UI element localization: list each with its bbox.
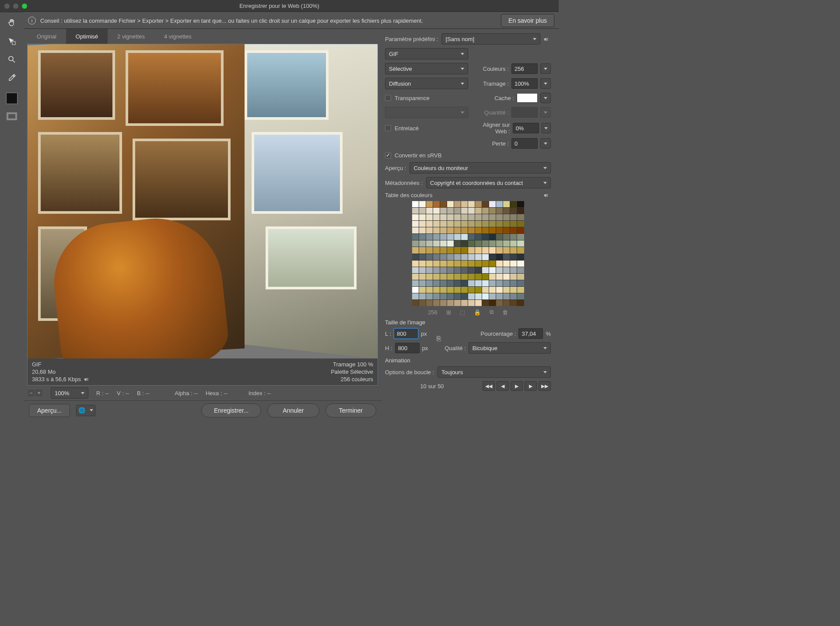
color-swatch-cell[interactable] [461,254,468,260]
color-swatch-cell[interactable] [510,214,517,220]
color-swatch-cell[interactable] [454,267,461,273]
zoom-out-button[interactable]: − [27,389,35,397]
color-swatch-cell[interactable] [489,254,496,260]
color-swatch-cell[interactable] [489,214,496,220]
color-swatch-cell[interactable] [412,240,419,247]
color-swatch-cell[interactable] [440,254,447,260]
color-swatch-cell[interactable] [419,287,426,293]
color-swatch-cell[interactable] [496,280,503,286]
color-swatch-cell[interactable] [440,214,447,220]
color-swatch-cell[interactable] [440,221,447,227]
done-button[interactable]: Terminer [326,403,376,417]
color-swatch-cell[interactable] [510,293,517,299]
color-swatch-cell[interactable] [447,221,454,227]
color-swatch-cell[interactable] [433,240,440,247]
color-swatch-cell[interactable] [426,261,433,267]
color-swatch-cell[interactable] [447,293,454,299]
color-swatch-cell[interactable] [475,214,482,220]
color-swatch-cell[interactable] [510,227,517,233]
color-swatch-cell[interactable] [426,221,433,227]
color-swatch-cell[interactable] [489,287,496,293]
constrain-proportions-icon[interactable]: ⎘ [437,335,441,343]
color-swatch-cell[interactable] [517,201,524,207]
color-swatch-cell[interactable] [426,201,433,207]
color-swatch-cell[interactable] [468,227,475,233]
preview-profile-select[interactable]: Couleurs du moniteur [410,162,551,174]
color-swatch-cell[interactable] [517,261,524,267]
color-swatch-cell[interactable] [482,208,489,214]
color-swatch-cell[interactable] [440,287,447,293]
color-swatch-cell[interactable] [489,261,496,267]
color-swatch-cell[interactable] [440,247,447,253]
color-swatch-cell[interactable] [517,240,524,247]
color-swatch-cell[interactable] [454,240,461,247]
color-swatch-cell[interactable] [447,287,454,293]
color-swatch-cell[interactable] [419,293,426,299]
color-swatch-cell[interactable] [496,267,503,273]
color-swatch-cell[interactable] [461,261,468,267]
play-button[interactable]: ▶ [511,381,523,391]
color-swatch-cell[interactable] [447,267,454,273]
matte-swatch[interactable] [517,93,538,103]
color-snap-icon[interactable]: ⊞ [446,309,451,316]
color-swatch-cell[interactable] [496,293,503,299]
color-swatch-cell[interactable] [412,280,419,286]
color-swatch-cell[interactable] [482,234,489,240]
color-swatch-cell[interactable] [510,254,517,260]
color-swatch-cell[interactable] [489,234,496,240]
color-swatch-cell[interactable] [412,214,419,220]
color-swatch-cell[interactable] [447,254,454,260]
color-swatch-cell[interactable] [496,254,503,260]
color-swatch-cell[interactable] [503,247,510,253]
color-swatch-cell[interactable] [517,208,524,214]
color-swatch-cell[interactable] [412,267,419,273]
color-swatch-cell[interactable] [412,287,419,293]
color-swatch-cell[interactable] [461,234,468,240]
color-swatch-cell[interactable] [468,240,475,247]
color-swatch-cell[interactable] [468,208,475,214]
color-swatch-cell[interactable] [440,274,447,280]
color-swatch-cell[interactable] [482,254,489,260]
tab-original[interactable]: Original [27,29,66,44]
colors-input[interactable] [511,63,538,74]
color-swatch-cell[interactable] [503,214,510,220]
color-swatch-cell[interactable] [468,261,475,267]
color-swatch-cell[interactable] [510,247,517,253]
color-swatch-cell[interactable] [468,214,475,220]
color-swatch-cell[interactable] [447,208,454,214]
color-swatch-cell[interactable] [454,201,461,207]
convert-srgb-checkbox[interactable] [385,153,391,159]
color-swatch-cell[interactable] [475,274,482,280]
color-swatch-cell[interactable] [517,293,524,299]
color-swatch-cell[interactable] [510,221,517,227]
color-swatch-cell[interactable] [419,274,426,280]
transparency-checkbox[interactable] [385,95,391,101]
color-swatch-cell[interactable] [482,221,489,227]
color-swatch-cell[interactable] [440,234,447,240]
color-swatch-cell[interactable] [517,274,524,280]
color-swatch-cell[interactable] [412,201,419,207]
color-swatch-cell[interactable] [482,227,489,233]
color-swatch-cell[interactable] [426,247,433,253]
color-swatch-cell[interactable] [482,280,489,286]
color-swatch-cell[interactable] [468,287,475,293]
color-swatch-cell[interactable] [447,240,454,247]
color-swatch-cell[interactable] [433,208,440,214]
color-swatch-cell[interactable] [475,240,482,247]
color-swatch-cell[interactable] [440,293,447,299]
color-swatch-cell[interactable] [489,300,496,306]
eyedropper-color-swatch[interactable] [6,93,18,104]
width-input[interactable] [394,328,418,339]
color-swatch-cell[interactable] [510,201,517,207]
color-swatch-cell[interactable] [433,287,440,293]
color-swatch-cell[interactable] [496,287,503,293]
color-swatch-cell[interactable] [503,267,510,273]
color-swatch-cell[interactable] [482,240,489,247]
color-swatch-cell[interactable] [426,300,433,306]
color-swatch-cell[interactable] [503,201,510,207]
color-swatch-cell[interactable] [440,300,447,306]
color-swatch-cell[interactable] [461,208,468,214]
color-swatch-cell[interactable] [440,267,447,273]
color-swatch-cell[interactable] [496,274,503,280]
color-swatch-cell[interactable] [468,247,475,253]
